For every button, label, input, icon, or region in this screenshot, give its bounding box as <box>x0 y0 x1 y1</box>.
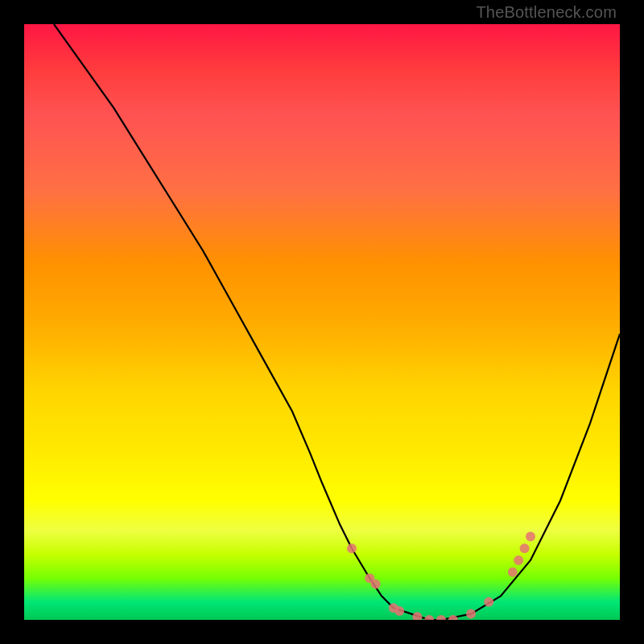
marker-point <box>484 597 493 607</box>
marker-point <box>466 609 476 619</box>
watermark-text: TheBottleneck.com <box>476 3 617 22</box>
marker-point <box>424 615 434 620</box>
marker-point <box>347 543 357 553</box>
marker-point <box>412 612 422 620</box>
chart-svg <box>24 24 620 620</box>
bottleneck-curve <box>54 24 620 620</box>
marker-point <box>520 543 530 553</box>
marker-point <box>514 555 523 565</box>
marker-point <box>394 606 404 616</box>
chart-frame: TheBottleneck.com <box>0 0 644 644</box>
marker-point <box>448 615 458 620</box>
marker-point <box>508 568 518 577</box>
marker-point <box>371 580 381 589</box>
marker-group <box>347 531 535 620</box>
marker-point <box>436 615 446 620</box>
marker-point <box>526 531 535 541</box>
